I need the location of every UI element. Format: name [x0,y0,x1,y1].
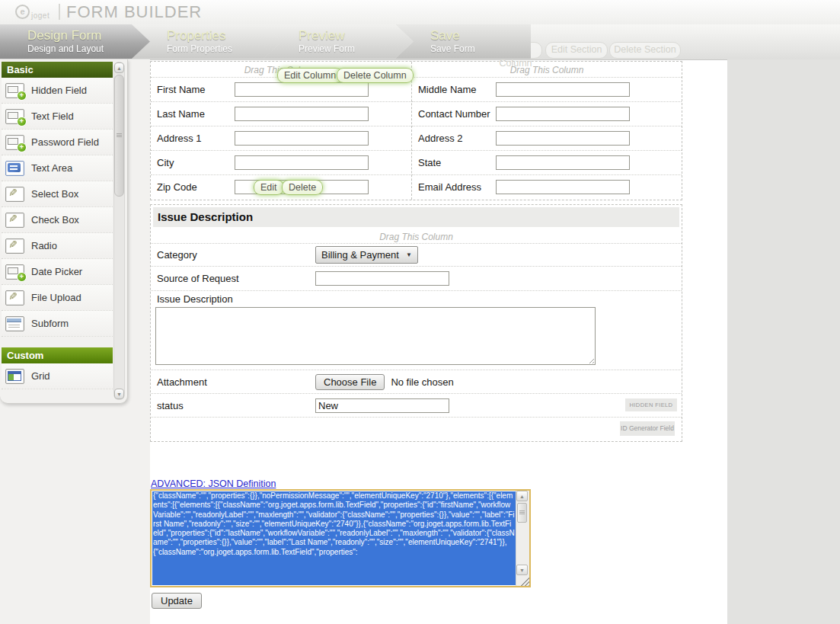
field-row-middle-name: Middle Name [412,77,682,101]
palette-item-label: Select Box [31,188,78,200]
select-box-icon [5,187,24,202]
palette-item-file-upload[interactable]: File Upload [2,285,113,311]
issue-description-textarea[interactable] [155,307,596,365]
grid-icon [5,369,24,384]
palette-item-date-picker[interactable]: Date Picker [2,259,113,285]
palette-item-label: Password Field [31,136,99,148]
field-input-middle-name[interactable] [496,82,630,97]
palette-item-radio[interactable]: Radio [2,233,113,259]
tab-preview[interactable]: PreviewPreview Form [263,24,414,59]
palette-item-text-area[interactable]: Text Area [2,155,113,181]
delete-field-button[interactable]: Delete [282,180,323,195]
field-label: Email Address [412,181,496,193]
field-control: EditDelete [235,180,369,194]
field-label: Address 1 [151,133,235,144]
palette-item-label: Hidden Field [31,85,87,96]
status-input[interactable]: New [315,398,449,413]
drag-column-handle[interactable]: Drag This Column [412,62,682,77]
field-label: status [151,400,315,411]
palette-item-label: Date Picker [31,266,82,277]
drag-column-handle[interactable]: Drag This Column [151,229,682,243]
palette-item-label: Radio [31,240,57,251]
field-input-email-address[interactable] [496,180,630,194]
text-field-icon [5,109,24,124]
field-control [235,82,369,97]
scroll-down-icon[interactable]: ▼ [114,389,124,399]
scrollbar-thumb[interactable] [517,503,527,523]
tab-title: Preview [299,28,414,43]
edit-column-button[interactable]: Edit Column [277,68,343,83]
update-button[interactable]: Update [152,593,202,609]
tab-save[interactable]: SaveSave Form [395,24,531,59]
field-row-address-1: Address 1 [151,126,411,150]
palette-item-subform[interactable]: Subform [2,311,113,337]
field-row-email-address: Email Address [412,174,682,199]
tab-subtitle: Preview Form [299,43,414,54]
palette-item-label: Text Area [31,162,72,174]
hidden-field-icon [5,83,24,98]
field-label: Issue Description [151,291,682,306]
resize-handle-icon[interactable] [587,357,594,363]
field-input-first-name[interactable] [235,82,369,97]
choose-file-button[interactable]: Choose File [315,374,385,390]
field-label: Middle Name [412,84,496,95]
source-of-request-input[interactable] [315,271,449,286]
field-row-status: status New HIDDEN FIELD [151,393,682,417]
palette-item-check-box[interactable]: Check Box [2,207,113,233]
palette-scrollbar[interactable]: ▲ ▼ [113,62,125,400]
field-input-state[interactable] [496,155,630,170]
scroll-down-icon[interactable]: ▼ [516,565,528,575]
palette-group-basic: Basic [2,62,113,78]
scroll-up-icon[interactable]: ▲ [114,62,124,73]
tab-subtitle: Save Form [430,43,531,54]
tab-design-form[interactable]: Design FormDesign and Layout [0,24,150,59]
palette-item-hidden-field[interactable]: Hidden Field [2,78,113,104]
form-builder-window: e joget FORM BUILDER Design FormDesign a… [0,0,840,624]
palette-item-select-box[interactable]: Select Box [2,181,113,207]
advanced-json-link[interactable]: ADVANCED: JSON Definition [151,478,276,489]
scrollbar-thumb[interactable] [114,75,124,197]
file-upload-icon [5,290,24,306]
tab-properties[interactable]: PropertiesForm Properties [132,24,282,59]
palette-item-password-field[interactable]: Password Field [2,130,113,155]
json-scrollbar[interactable]: ▲ ▼ [516,491,529,586]
palette-item-text-field[interactable]: Text Field [2,104,113,130]
app-header: e joget FORM BUILDER [0,0,840,25]
field-input-last-name[interactable] [235,107,369,121]
edit-section-button[interactable]: Edit Section [545,42,608,59]
field-input-city[interactable] [235,155,369,170]
id-generator-badge: ID Generator Field [620,421,675,436]
scroll-up-icon[interactable]: ▲ [516,491,528,501]
field-label: Category [151,249,315,261]
delete-column-button[interactable]: Delete Column [337,68,414,83]
hidden-field-badge: HIDDEN FIELD [625,398,677,411]
palette-item-label: Subform [31,318,69,329]
radio-icon [5,238,24,254]
field-input-contact-number[interactable] [496,107,630,121]
palette-item-grid[interactable]: Grid [2,363,113,389]
palette-sidebar: BasicHidden FieldText FieldPassword Fiel… [0,59,128,404]
palette-group-custom: Custom [2,347,113,363]
field-row-address-2: Address 2 [412,126,682,150]
category-select[interactable]: Billing & Payment ▼ [315,246,418,264]
category-select-value: Billing & Payment [321,249,399,261]
tab-title: Save [430,28,531,43]
form-section-contact: Drag This ColumnFirst NameLast NameAddre… [150,61,682,200]
field-control [496,82,630,97]
delete-section-button[interactable]: Delete Section [609,42,681,59]
edit-field-button[interactable]: Edit [254,180,284,195]
header-divider [59,4,60,20]
file-chosen-hint: No file chosen [391,376,453,388]
field-label: Zip Code [151,181,235,193]
field-control [496,131,630,146]
palette-item-label: Text Field [31,110,74,122]
field-row-city: City [151,150,411,174]
field-row-issue-description: Issue Description [151,290,682,370]
json-definition-textarea[interactable]: {"className":"","properties":{}},"noPerm… [150,489,531,587]
field-row-id-generator: ID Generator Field [151,417,682,440]
form-column-right: Drag This ColumnMiddle NameContact Numbe… [412,62,682,200]
field-input-address-2[interactable] [496,131,630,146]
palette-item-label: Grid [31,370,50,382]
field-label: Contact Number [412,108,496,120]
field-input-address-1[interactable] [235,131,369,146]
